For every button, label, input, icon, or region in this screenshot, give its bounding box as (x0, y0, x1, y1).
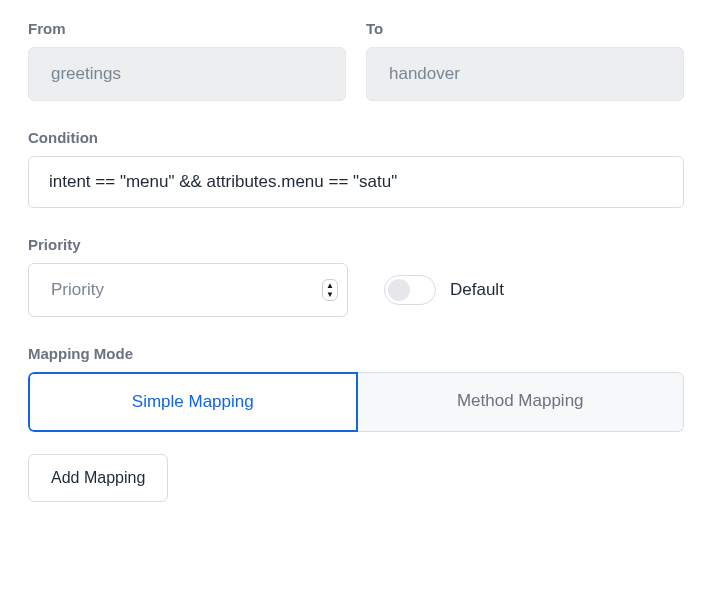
default-toggle[interactable] (384, 275, 436, 305)
priority-label: Priority (28, 236, 684, 253)
to-label: To (366, 20, 684, 37)
from-label: From (28, 20, 346, 37)
mapping-mode-group: Mapping Mode Simple Mapping Method Mappi… (28, 345, 684, 502)
add-mapping-button[interactable]: Add Mapping (28, 454, 168, 502)
condition-input[interactable] (28, 156, 684, 208)
default-toggle-wrap: Default (384, 275, 504, 305)
from-field: greetings (28, 47, 346, 101)
mapping-mode-label: Mapping Mode (28, 345, 684, 362)
tab-method-mapping[interactable]: Method Mapping (358, 372, 685, 432)
toggle-knob-icon (388, 279, 410, 301)
condition-label: Condition (28, 129, 684, 146)
condition-group: Condition (28, 129, 684, 208)
mapping-mode-tabs: Simple Mapping Method Mapping (28, 372, 684, 432)
priority-stepper: ▲ ▼ (322, 279, 338, 301)
default-toggle-label: Default (450, 280, 504, 300)
to-group: To handover (366, 20, 684, 101)
priority-select-wrap: Priority ▲ ▼ (28, 263, 348, 317)
stepper-down-icon[interactable]: ▼ (326, 291, 334, 298)
stepper-up-icon[interactable]: ▲ (326, 282, 334, 289)
from-group: From greetings (28, 20, 346, 101)
priority-select[interactable]: Priority (28, 263, 348, 317)
to-field: handover (366, 47, 684, 101)
from-to-row: From greetings To handover (28, 20, 684, 101)
priority-group: Priority Priority ▲ ▼ Default (28, 236, 684, 317)
tab-simple-mapping[interactable]: Simple Mapping (28, 372, 358, 432)
